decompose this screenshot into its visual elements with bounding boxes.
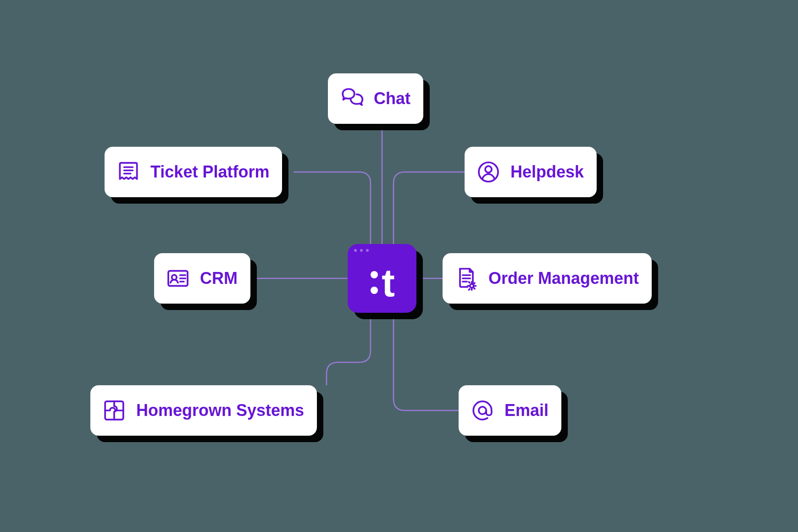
svg-point-13 <box>470 284 474 288</box>
integration-diagram: t Chat Ticket Platform <box>0 0 798 532</box>
node-label: Helpdesk <box>510 162 584 182</box>
node-homegrown-systems: Homegrown Systems <box>90 385 317 436</box>
node-ticket-platform: Ticket Platform <box>105 147 282 197</box>
node-helpdesk: Helpdesk <box>465 147 597 197</box>
svg-point-15 <box>479 407 486 414</box>
hub-logo-dots <box>371 271 378 294</box>
node-email: Email <box>459 385 561 436</box>
at-sign-icon <box>470 398 495 423</box>
node-label: Homegrown Systems <box>136 401 304 420</box>
node-label: CRM <box>200 269 238 288</box>
node-crm: CRM <box>154 253 250 304</box>
ticket-icon <box>116 159 141 185</box>
id-card-icon <box>165 266 191 291</box>
hub-window-dots <box>348 244 416 257</box>
hub-logo-letter: t <box>382 267 393 299</box>
hub-tile: t <box>348 244 416 313</box>
document-gear-icon <box>454 266 479 291</box>
node-chat: Chat <box>328 73 423 124</box>
person-icon <box>476 159 501 185</box>
node-label: Chat <box>374 89 410 108</box>
node-label: Order Management <box>488 269 639 288</box>
chat-icon <box>339 86 365 111</box>
node-label: Email <box>504 401 549 420</box>
node-label: Ticket Platform <box>150 162 269 182</box>
puzzle-icon <box>101 398 127 423</box>
svg-point-4 <box>485 166 492 172</box>
node-order-management: Order Management <box>443 253 652 304</box>
